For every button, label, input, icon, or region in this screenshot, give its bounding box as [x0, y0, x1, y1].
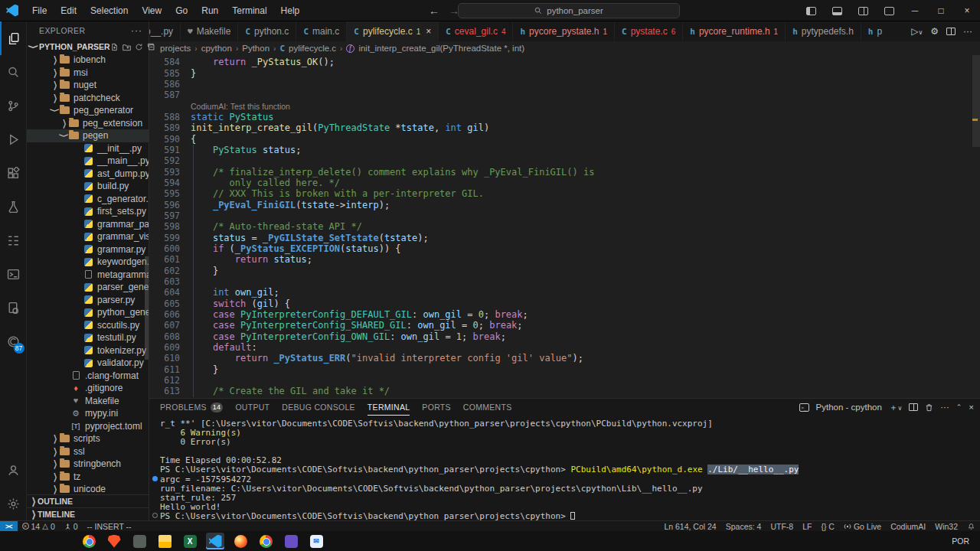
tab-pycore_runtime.h[interactable]: hpycore_runtime.h1	[683, 21, 786, 41]
problems-status[interactable]: ×14 △0	[18, 521, 60, 532]
tree-item-ssl[interactable]: ❭ssl	[27, 445, 149, 458]
remote-indicator[interactable]: ><	[0, 521, 18, 532]
menu-selection[interactable]: Selection	[84, 2, 134, 19]
new-terminal-icon[interactable]: ＋∨	[889, 402, 902, 413]
account-icon[interactable]	[0, 453, 27, 487]
status-utf-8[interactable]: UTF-8	[766, 521, 798, 532]
taskbar-vscode[interactable]	[206, 533, 224, 549]
explorer-more-actions-icon[interactable]: ···	[131, 25, 142, 36]
tab-main.c[interactable]: Cmain.c	[296, 21, 347, 41]
tree-item-first_sets.py[interactable]: first_sets.py	[27, 205, 149, 218]
code-editor[interactable]: 584 return _PyStatus_OK();585}586587Codi…	[149, 55, 980, 398]
tree-item-__init__.py[interactable]: __init__.py	[27, 142, 149, 155]
breadcrumb-item[interactable]: projects	[160, 44, 191, 53]
breadcrumb-item[interactable]: Python	[242, 44, 270, 53]
files-icon[interactable]	[0, 21, 27, 55]
tab-pytypedefs.h[interactable]: hpytypedefs.h	[786, 21, 861, 41]
taskbar-chrome-secondary[interactable]	[256, 533, 275, 549]
taskbar-library-app[interactable]	[282, 533, 300, 549]
menu-run[interactable]: Run	[195, 2, 224, 19]
split-terminal-icon[interactable]	[909, 403, 918, 411]
sidebar-scrollbar[interactable]	[145, 256, 149, 360]
toggle-sidebar-icon[interactable]	[798, 0, 824, 21]
toggle-panel-icon[interactable]	[824, 0, 850, 21]
todo-tree-icon[interactable]	[0, 223, 27, 257]
tree-item-stringbench[interactable]: ❭stringbench	[27, 458, 149, 471]
tab-__hello__.py[interactable]: __hello__.py	[149, 21, 181, 41]
search-input[interactable]: python_parser	[458, 3, 680, 18]
search-icon[interactable]	[0, 55, 27, 89]
remote-terminal-icon[interactable]	[0, 257, 27, 291]
extensions-icon[interactable]	[0, 156, 27, 190]
status-win32[interactable]: Win32	[930, 521, 962, 532]
taskbar-firefox[interactable]	[54, 533, 73, 549]
restore-button[interactable]: □	[928, 0, 954, 21]
tree-item-metagrammar.gr...[interactable]: metagrammar.gr...	[27, 269, 149, 282]
tree-item-python_generato...[interactable]: python_generato...	[27, 306, 149, 319]
menu-help[interactable]: Help	[275, 2, 306, 19]
tab-ceval_gil.c[interactable]: Cceval_gil.c4	[439, 21, 513, 41]
tree-item-grammar.py[interactable]: grammar.py	[27, 243, 149, 256]
taskbar-firefox-dev[interactable]	[231, 533, 250, 549]
codium-ai-icon[interactable]: 87	[0, 324, 27, 358]
taskbar-brave[interactable]	[105, 533, 123, 549]
tree-item-peg_extension[interactable]: ❭peg_extension	[27, 117, 149, 130]
breadcrumb-item[interactable]: cpython	[201, 44, 232, 53]
panel-tab-problems[interactable]: PROBLEMS14	[160, 399, 223, 416]
terminal-instance-label[interactable]: Python - cpython	[816, 403, 882, 412]
project-section-header[interactable]: ❭ PYTHON_PARSER	[27, 40, 149, 54]
taskbar-mail[interactable]: ✉	[307, 533, 325, 549]
tree-item-parser.py[interactable]: parser.py	[27, 294, 149, 307]
refresh-icon[interactable]	[135, 43, 143, 51]
tree-item-mypy.ini[interactable]: ⚙mypy.ini	[27, 407, 149, 420]
editor-more-actions-icon[interactable]: ···	[963, 26, 972, 37]
tab-python.c[interactable]: Cpython.c	[238, 21, 296, 41]
run-and-debug-icon[interactable]	[0, 122, 27, 156]
status-lf[interactable]: LF	[798, 521, 816, 532]
taskbar-excel[interactable]: X	[181, 533, 199, 549]
minimize-button[interactable]: ─	[902, 0, 928, 21]
menu-go[interactable]: Go	[169, 2, 194, 19]
panel-more-actions-icon[interactable]: ···	[940, 403, 949, 412]
close-panel-icon[interactable]: ×	[969, 403, 974, 412]
status-codiumai[interactable]: CodiumAI	[886, 521, 930, 532]
status-ln-614-col-24[interactable]: Ln 614, Col 24	[659, 521, 720, 532]
tree-item-grammar_parser.py[interactable]: grammar_parser.py	[27, 218, 149, 231]
new-folder-icon[interactable]	[122, 43, 131, 51]
settings-gear-icon[interactable]: ⚙	[930, 26, 939, 37]
tab-Makefile[interactable]: ♥Makefile	[181, 21, 238, 41]
breadcrumb-item[interactable]: pylifecycle.c	[289, 44, 336, 53]
codelens-action[interactable]: CodiumAI: Test this function	[191, 102, 290, 111]
tree-item-keywordgen.py[interactable]: keywordgen.py	[27, 256, 149, 269]
panel-tab-output[interactable]: OUTPUT	[235, 399, 270, 416]
panel-tab-ports[interactable]: PORTS	[422, 399, 450, 416]
close-tab-icon[interactable]: ×	[426, 26, 431, 37]
tab-p[interactable]: hp	[861, 21, 887, 41]
split-editor-icon[interactable]	[946, 28, 956, 35]
customize-layout-icon[interactable]	[876, 0, 902, 21]
tree-item-pegen[interactable]: ❭pegen	[27, 129, 149, 142]
taskbar-start-button[interactable]	[8, 533, 26, 549]
panel-tab-debug-console[interactable]: DEBUG CONSOLE	[282, 399, 355, 416]
tree-item-grammar_visualiz...[interactable]: grammar_visualiz...	[27, 230, 149, 243]
tree-item-peg_generator[interactable]: ❭peg_generator	[27, 104, 149, 117]
panel-tab-terminal[interactable]: TERMINAL	[368, 399, 410, 416]
outline-section[interactable]: ❭OUTLINE	[27, 494, 149, 507]
tree-item-pyproject.toml[interactable]: [T]pyproject.toml	[27, 420, 149, 433]
toggle-secondary-sidebar-icon[interactable]	[850, 0, 876, 21]
panel-tab-comments[interactable]: COMMENTS	[463, 399, 512, 416]
tree-item-build.py[interactable]: build.py	[27, 180, 149, 193]
run-or-debug-icon[interactable]: ▷∨	[911, 26, 923, 37]
status--c[interactable]: {} C	[816, 521, 839, 532]
collapse-all-icon[interactable]	[147, 43, 155, 51]
status-spaces-4[interactable]: Spaces: 4	[721, 521, 766, 532]
tab-pystate.c[interactable]: Cpystate.c6	[615, 21, 683, 41]
taskbar-chrome[interactable]	[80, 533, 98, 549]
maximize-panel-icon[interactable]: ⌃	[956, 403, 962, 411]
tab-pycore_pystate.h[interactable]: hpycore_pystate.h1	[513, 21, 615, 41]
tree-item-tz[interactable]: ❭tz	[27, 471, 149, 484]
tree-item-sccutils.py[interactable]: sccutils.py	[27, 319, 149, 332]
tree-item-parser_generator....[interactable]: parser_generator....	[27, 281, 149, 294]
close-button[interactable]: ×	[954, 0, 980, 21]
status-go-live[interactable]: Go Live	[839, 521, 886, 532]
